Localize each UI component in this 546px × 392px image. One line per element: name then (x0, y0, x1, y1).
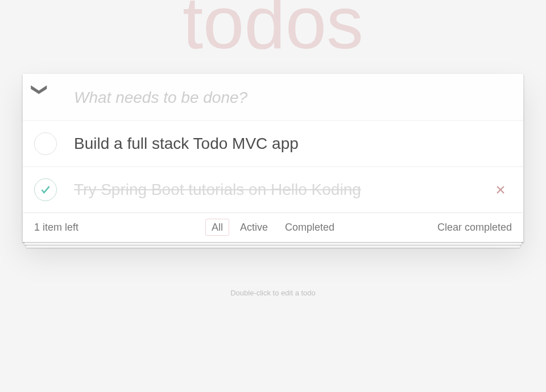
todo-item: Build a full stack Todo MVC app × (23, 121, 523, 167)
check-icon (40, 184, 51, 195)
todo-item: Try Spring Boot tutorials on Hello Kodin… (23, 167, 523, 212)
delete-button[interactable]: × (489, 178, 512, 201)
filter-completed[interactable]: Completed (279, 219, 341, 236)
info-hint: Double-click to edit a todo (0, 287, 546, 299)
toggle-checkbox[interactable] (34, 132, 57, 155)
close-icon: × (495, 180, 506, 199)
todo-label[interactable]: Try Spring Boot tutorials on Hello Kodin… (68, 184, 483, 195)
header: todos (23, 74, 523, 121)
clear-completed-button[interactable]: Clear completed (341, 222, 512, 233)
new-todo-input[interactable] (23, 74, 523, 121)
todo-count: 1 item left (34, 222, 205, 233)
toggle-checkbox[interactable] (34, 178, 57, 201)
filters: All Active Completed (205, 222, 341, 233)
filter-active[interactable]: Active (234, 219, 274, 236)
todo-label[interactable]: Build a full stack Todo MVC app (68, 138, 523, 149)
info: Double-click to edit a todo (0, 287, 546, 299)
todo-list: Build a full stack Todo MVC app × Try Sp… (23, 121, 523, 212)
app-title: todos (23, 0, 523, 60)
filter-all[interactable]: All (205, 219, 229, 236)
todo-app: todos Build a full stack Todo MVC app × (23, 74, 523, 242)
footer: 1 item left All Active Completed Clear c… (23, 212, 523, 242)
